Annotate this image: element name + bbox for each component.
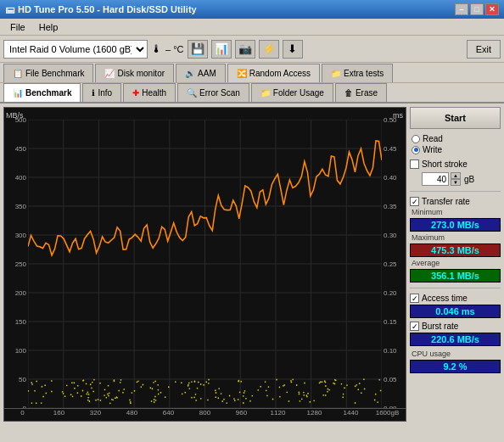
tab-extra-tests[interactable]: 📁 Extra tests xyxy=(322,64,393,82)
svg-point-53 xyxy=(157,384,159,386)
svg-point-46 xyxy=(70,394,72,395)
svg-point-205 xyxy=(130,402,132,404)
spin-down-arrow[interactable]: ▼ xyxy=(451,179,461,186)
svg-point-64 xyxy=(36,381,37,383)
camera-icon[interactable]: 📷 xyxy=(235,40,255,59)
svg-point-175 xyxy=(66,384,68,386)
app-icon: 🖴 xyxy=(5,4,14,14)
svg-point-100 xyxy=(307,393,309,394)
radio-write[interactable]: Write xyxy=(412,145,499,154)
svg-point-127 xyxy=(108,395,109,397)
svg-point-189 xyxy=(87,391,89,393)
access-time-label: ✓ Access time xyxy=(410,294,501,303)
svg-point-25 xyxy=(217,397,219,399)
tab-benchmark[interactable]: 📊 Benchmark xyxy=(3,83,81,102)
svg-point-221 xyxy=(42,396,44,398)
svg-point-38 xyxy=(71,382,73,383)
access-time-check[interactable]: ✓ xyxy=(410,294,419,303)
tab-file-benchmark[interactable]: 📋 File Benchmark xyxy=(3,64,93,82)
tab-random-access[interactable]: 🔀 Random Access xyxy=(227,64,320,82)
svg-point-203 xyxy=(322,381,323,383)
svg-point-215 xyxy=(72,395,74,397)
tab-disk-monitor[interactable]: 📈 Disk monitor xyxy=(95,64,174,82)
close-button[interactable]: ✕ xyxy=(485,3,499,15)
spin-input[interactable] xyxy=(422,172,449,186)
svg-point-29 xyxy=(41,402,42,404)
svg-point-154 xyxy=(279,387,281,389)
main-content: MB/s ms 500450400350300250200150100500 0… xyxy=(0,104,504,422)
tab-aam[interactable]: 🔊 AAM xyxy=(176,64,226,82)
temperature-display: – °C xyxy=(165,44,184,54)
radio-group: Read Write xyxy=(410,132,501,156)
svg-point-61 xyxy=(86,393,87,394)
svg-point-94 xyxy=(260,386,261,388)
info-tab-icon: ℹ xyxy=(92,88,95,98)
radio-read-circle[interactable] xyxy=(412,135,420,143)
svg-point-112 xyxy=(92,382,93,383)
right-panel: Start Read Write Short stroke ▲ ▼ gB xyxy=(406,104,504,422)
benchmark-tab-icon: 📊 xyxy=(13,88,23,98)
save-icon[interactable]: 💾 xyxy=(188,40,208,59)
tab-erase[interactable]: 🗑 Erase xyxy=(335,83,387,102)
svg-point-115 xyxy=(90,383,92,385)
transfer-rate-check[interactable]: ✓ xyxy=(410,197,419,206)
svg-point-114 xyxy=(82,390,84,392)
power-icon[interactable]: ⚡ xyxy=(259,40,279,59)
svg-point-113 xyxy=(160,392,162,394)
toolbar: Intel Raid 0 Volume (1600 gB) 🌡 – °C 💾 📊… xyxy=(0,36,504,63)
svg-point-183 xyxy=(341,383,343,385)
burst-rate-label: ✓ Burst rate xyxy=(410,322,501,331)
menu-help[interactable]: Help xyxy=(32,20,65,34)
aam-icon: 🔊 xyxy=(185,69,195,78)
short-stroke-check[interactable] xyxy=(410,159,419,169)
svg-point-96 xyxy=(218,388,220,389)
access-time-value: 0.046 ms xyxy=(410,305,501,318)
transfer-rate-section: ✓ Transfer rate Minimum 273.0 MB/s Maxim… xyxy=(410,197,501,283)
svg-point-27 xyxy=(244,390,246,392)
svg-point-209 xyxy=(64,395,66,397)
chart-icon[interactable]: 📊 xyxy=(211,40,232,59)
svg-point-200 xyxy=(107,394,109,395)
svg-point-121 xyxy=(238,399,239,400)
svg-point-138 xyxy=(155,400,157,401)
svg-point-104 xyxy=(140,386,142,388)
svg-point-191 xyxy=(208,383,210,384)
svg-point-105 xyxy=(207,400,209,401)
short-stroke-checkbox[interactable]: Short stroke xyxy=(410,159,501,169)
svg-point-195 xyxy=(42,386,43,388)
svg-point-40 xyxy=(266,389,267,391)
svg-point-101 xyxy=(120,382,121,383)
maximize-button[interactable]: □ xyxy=(470,3,484,15)
minimize-button[interactable]: – xyxy=(455,3,468,15)
tab-error-scan[interactable]: 🔍 Error Scan xyxy=(177,83,249,102)
svg-point-165 xyxy=(77,385,79,387)
tab-info[interactable]: ℹ Info xyxy=(82,83,121,102)
download-icon[interactable]: ⬇ xyxy=(283,40,303,59)
burst-rate-check[interactable]: ✓ xyxy=(410,322,419,331)
svg-point-91 xyxy=(374,400,376,401)
start-button[interactable]: Start xyxy=(410,107,501,129)
disk-selector[interactable]: Intel Raid 0 Volume (1600 gB) xyxy=(3,40,148,59)
svg-point-92 xyxy=(304,383,305,384)
svg-point-89 xyxy=(81,395,82,397)
exit-button[interactable]: Exit xyxy=(467,40,501,59)
average-value: 356.1 MB/s xyxy=(410,269,501,283)
svg-point-85 xyxy=(361,392,362,394)
radio-write-circle[interactable] xyxy=(412,146,420,154)
svg-point-129 xyxy=(134,390,136,392)
svg-point-122 xyxy=(266,395,268,397)
disk-monitor-icon: 📈 xyxy=(104,69,115,78)
svg-point-219 xyxy=(208,379,210,381)
radio-read[interactable]: Read xyxy=(412,134,499,143)
svg-point-180 xyxy=(272,399,274,400)
spin-up-arrow[interactable]: ▲ xyxy=(451,172,461,179)
svg-point-111 xyxy=(191,381,193,383)
svg-point-146 xyxy=(324,380,326,382)
svg-point-184 xyxy=(303,394,305,396)
tab-folder-usage[interactable]: 📁 Folder Usage xyxy=(251,83,333,102)
svg-point-213 xyxy=(303,392,305,394)
tab-health[interactable]: ✚ Health xyxy=(123,83,176,102)
menu-file[interactable]: File xyxy=(3,20,32,34)
menu-bar: File Help xyxy=(0,19,504,36)
svg-point-135 xyxy=(87,400,89,401)
